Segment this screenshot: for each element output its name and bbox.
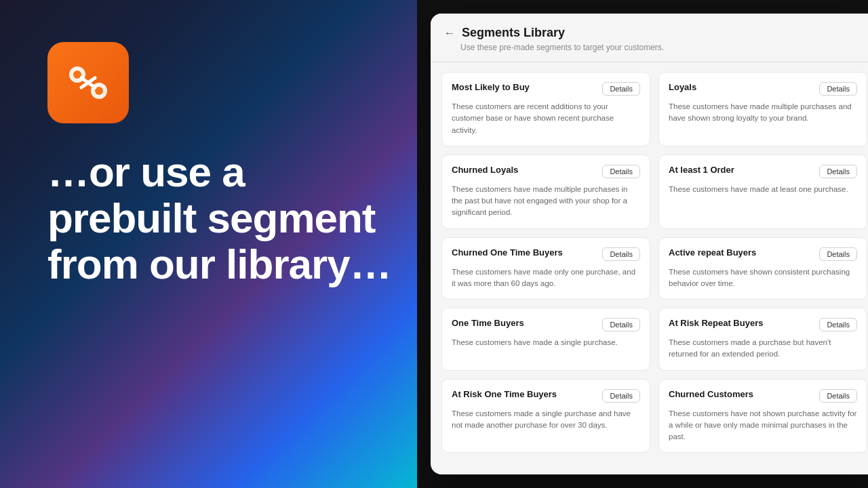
segment-description-3: These customers have made at least one p… (669, 184, 857, 195)
segment-card: Most Likely to Buy Details These custome… (441, 72, 650, 146)
card-header-9: Churned Customers Details (669, 389, 857, 403)
right-panel: ← Segments Library Use these pre-made se… (417, 0, 868, 488)
segment-description-8: These customers made a single purchase a… (452, 408, 640, 432)
segment-card: Churned One Time Buyers Details These cu… (441, 237, 650, 300)
segment-description-2: These customers have made multiple purch… (452, 184, 640, 219)
segment-card: At least 1 Order Details These customers… (658, 155, 867, 229)
segment-title-7: At Risk Repeat Buyers (669, 318, 819, 328)
details-button-5[interactable]: Details (819, 247, 857, 261)
card-header-3: At least 1 Order Details (669, 165, 857, 178)
segment-title-0: Most Likely to Buy (452, 82, 602, 92)
card-header-5: Active repeat Buyers Details (669, 247, 857, 261)
segment-description-1: These customers have made multiple purch… (669, 101, 857, 125)
details-button-3[interactable]: Details (819, 165, 857, 178)
window-title: Segments Library (462, 26, 565, 40)
segments-window: ← Segments Library Use these pre-made se… (431, 14, 868, 474)
window-header: ← Segments Library Use these pre-made se… (431, 14, 868, 62)
segment-title-9: Churned Customers (669, 389, 819, 399)
card-header-2: Churned Loyals Details (452, 165, 640, 178)
card-header-1: Loyals Details (669, 82, 857, 96)
segment-description-7: These customers made a purchase but have… (669, 337, 857, 361)
card-header-8: At Risk One Time Buyers Details (452, 389, 640, 403)
segment-card: Churned Customers Details These customer… (658, 379, 867, 453)
segment-card: Active repeat Buyers Details These custo… (658, 237, 867, 300)
segment-card: Churned Loyals Details These customers h… (441, 155, 650, 229)
segment-title-3: At least 1 Order (669, 165, 819, 175)
details-button-9[interactable]: Details (819, 389, 857, 403)
left-panel: …or use a prebuilt segment from our libr… (0, 0, 417, 488)
segment-card: Loyals Details These customers have made… (658, 72, 867, 146)
segment-card: At Risk Repeat Buyers Details These cust… (658, 308, 867, 371)
segment-title-1: Loyals (669, 82, 819, 92)
segment-title-5: Active repeat Buyers (669, 247, 819, 258)
details-button-0[interactable]: Details (602, 82, 640, 96)
segment-description-5: These customers have shown consistent pu… (669, 266, 857, 290)
segment-title-6: One Time Buyers (452, 318, 602, 328)
logo-icon (61, 56, 115, 110)
details-button-1[interactable]: Details (819, 82, 857, 96)
logo-container (47, 42, 129, 123)
card-header-7: At Risk Repeat Buyers Details (669, 318, 857, 331)
back-button[interactable]: ← (444, 27, 455, 39)
segment-card: One Time Buyers Details These customers … (441, 308, 650, 371)
window-subtitle: Use these pre-made segments to target yo… (460, 43, 865, 52)
segment-description-4: These customers have made only one purch… (452, 266, 640, 290)
card-header-4: Churned One Time Buyers Details (452, 247, 640, 261)
segment-description-9: These customers have not shown purchase … (669, 408, 857, 443)
details-button-8[interactable]: Details (602, 389, 640, 403)
card-header-0: Most Likely to Buy Details (452, 82, 640, 96)
segment-description-0: These customers are recent additions to … (452, 101, 640, 136)
segment-title-8: At Risk One Time Buyers (452, 389, 602, 399)
segment-card: At Risk One Time Buyers Details These cu… (441, 379, 650, 453)
segment-description-6: These customers have made a single purch… (452, 337, 640, 348)
details-button-2[interactable]: Details (602, 165, 640, 178)
details-button-4[interactable]: Details (602, 247, 640, 261)
segment-title-2: Churned Loyals (452, 165, 602, 175)
details-button-6[interactable]: Details (602, 318, 640, 331)
segments-grid: Most Likely to Buy Details These custome… (431, 62, 868, 474)
app-logo (47, 42, 129, 123)
segment-title-4: Churned One Time Buyers (452, 247, 602, 258)
left-headline: …or use a prebuilt segment from our libr… (47, 149, 397, 288)
card-header-6: One Time Buyers Details (452, 318, 640, 331)
details-button-7[interactable]: Details (819, 318, 857, 331)
